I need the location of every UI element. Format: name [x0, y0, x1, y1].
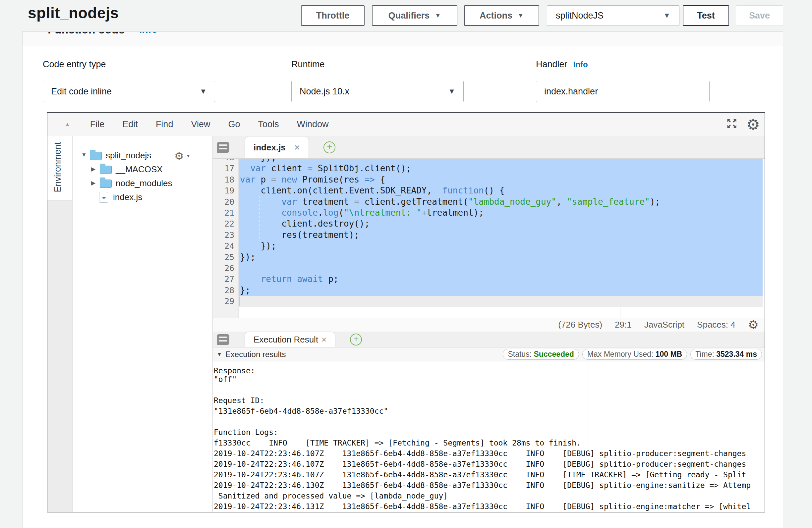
- actions-button-label: Actions: [480, 11, 512, 21]
- actions-button[interactable]: Actions ▼: [464, 5, 539, 26]
- chevron-down-icon: ▼: [200, 87, 207, 96]
- menu-item-view[interactable]: View: [191, 119, 210, 130]
- code-line-25[interactable]: 25});: [213, 252, 763, 263]
- tree-caret-collapsed-icon[interactable]: ▶: [91, 179, 96, 187]
- tree-item-node-modules[interactable]: ▶node_modules: [73, 177, 213, 190]
- new-tab-icon[interactable]: +: [323, 142, 335, 153]
- menu-item-edit[interactable]: Edit: [122, 119, 138, 130]
- handler-info-link[interactable]: Info: [574, 60, 588, 69]
- tree-caret-collapsed-icon[interactable]: ▶: [91, 166, 96, 173]
- code-line-16[interactable]: 16 });: [213, 159, 763, 163]
- throttle-button-label: Throttle: [316, 11, 350, 21]
- code-line-21[interactable]: 21 console.log("\ntreatment: "+treatment…: [213, 207, 763, 219]
- status-spaces[interactable]: Spaces: 4: [697, 320, 736, 330]
- tree-settings-caret-icon[interactable]: ▾: [187, 153, 190, 159]
- code-line-text: client.destroy();: [238, 218, 763, 230]
- code-editor: ▲ FileEditFindViewGoToolsWindow ⚙ Enviro…: [47, 112, 765, 512]
- collapse-editor-icon[interactable]: ▲: [64, 121, 70, 128]
- close-icon[interactable]: ×: [294, 142, 300, 153]
- test-button[interactable]: Test: [683, 5, 729, 26]
- log-line-6: [213, 416, 765, 427]
- chevron-down-icon: ▼: [518, 12, 524, 19]
- handler-input[interactable]: [536, 81, 710, 102]
- menu-item-window[interactable]: Window: [297, 119, 329, 130]
- folder-icon: [100, 166, 112, 174]
- code-line-27[interactable]: 27 return await p;: [213, 274, 763, 285]
- runtime-select[interactable]: Node.js 10.x ▼: [291, 81, 464, 102]
- new-tab-icon[interactable]: +: [350, 334, 362, 346]
- line-number: 28: [213, 285, 238, 296]
- execution-results-header[interactable]: ▼ Execution results Status: SucceededMax…: [213, 348, 765, 362]
- editor-main-column: index.js × + 16 });17 var client = Split…: [213, 136, 765, 512]
- runtime-value: Node.js 10.x: [300, 86, 349, 97]
- code-entry-type-value: Edit code inline: [51, 86, 112, 97]
- code-line-26[interactable]: 26: [213, 263, 763, 274]
- line-number: 25: [213, 252, 238, 263]
- environment-tab[interactable]: Environment: [47, 136, 72, 201]
- menu-item-go[interactable]: Go: [228, 119, 240, 130]
- execution-results-pane[interactable]: Response:"off" Request ID:"131e865f-6eb4…: [213, 362, 765, 512]
- collapse-results-icon[interactable]: ▼: [217, 351, 222, 357]
- code-line-18[interactable]: 18var p = new Promise(res => {: [213, 174, 763, 186]
- statusbar-gear-icon[interactable]: ⚙: [748, 319, 759, 331]
- code-line-text: [238, 263, 763, 274]
- code-line-17[interactable]: 17 var client = SplitObj.client();: [213, 163, 763, 174]
- badge-max-memory-used: Max Memory Used: 100 MB: [582, 349, 687, 360]
- test-event-select[interactable]: splitNodeJS ▼: [547, 5, 679, 26]
- code-editing-area[interactable]: 16 });17 var client = SplitObj.client();…: [213, 159, 765, 318]
- menu-item-file[interactable]: File: [90, 119, 105, 130]
- code-line-28[interactable]: 28};: [213, 285, 763, 296]
- tree-settings-gear-icon[interactable]: ⚙: [174, 151, 184, 161]
- log-line-9: 2019-10-24T22:23:46.107Z 131e865f-6eb4-4…: [213, 448, 765, 459]
- code-line-text: client.on(client.Event.SDK_READY, functi…: [238, 185, 763, 196]
- log-line-13: Sanitized and processed value => [lambda…: [213, 490, 765, 501]
- chevron-down-icon: ▼: [663, 11, 670, 20]
- tree-item-label: split_nodejs: [106, 150, 151, 161]
- tree-item--macosx[interactable]: ▶__MACOSX: [73, 163, 213, 177]
- throttle-button[interactable]: Throttle: [301, 5, 365, 26]
- indent-guide: [260, 196, 260, 240]
- code-line-text: res(treatment);: [238, 230, 763, 241]
- function-code-card: Function code Info Code entry type Runti…: [22, 31, 783, 528]
- line-number: 24: [213, 240, 238, 252]
- code-entry-type-select[interactable]: Edit code inline ▼: [43, 81, 215, 102]
- fullscreen-icon[interactable]: [726, 118, 738, 132]
- line-number: 22: [213, 218, 238, 230]
- line-number: 27: [213, 274, 238, 285]
- runtime-label: Runtime: [291, 59, 325, 70]
- line-number: 21: [213, 207, 238, 219]
- code-line-24[interactable]: 24 });: [213, 240, 763, 252]
- status-cursor[interactable]: 29:1: [615, 320, 632, 330]
- tab-execution-result[interactable]: Execution Result ×: [245, 332, 335, 347]
- tab-list-icon[interactable]: [217, 334, 229, 345]
- menu-item-tools[interactable]: Tools: [258, 119, 279, 130]
- chevron-down-icon: ▼: [435, 12, 441, 19]
- code-line-20[interactable]: 20 var treatment = client.getTreatment("…: [213, 196, 763, 208]
- code-line-29[interactable]: 29: [213, 296, 763, 307]
- tree-caret-expanded-icon[interactable]: ▼: [81, 152, 87, 158]
- close-icon[interactable]: ×: [321, 335, 327, 345]
- tab-list-icon[interactable]: [217, 142, 229, 153]
- tab-index-js[interactable]: index.js ×: [245, 136, 309, 158]
- menu-item-find[interactable]: Find: [156, 119, 173, 130]
- save-button[interactable]: Save: [736, 5, 783, 26]
- log-line-10: 2019-10-24T22:23:46.107Z 131e865f-6eb4-4…: [213, 459, 765, 469]
- save-button-label: Save: [749, 11, 770, 21]
- code-line-text: });: [238, 240, 763, 252]
- code-line-19[interactable]: 19 client.on(client.Event.SDK_READY, fun…: [213, 185, 763, 196]
- test-button-label: Test: [697, 11, 715, 21]
- folder-icon: [90, 152, 102, 160]
- tree-item-index-js[interactable]: ◂▸index.js: [73, 190, 213, 204]
- file-tree-panel: ▼split_nodejs⚙▾▶__MACOSX▶node_modules◂▸i…: [73, 136, 213, 512]
- code-line-text: var client = SplitObj.client();: [238, 163, 763, 174]
- status-language[interactable]: JavaScript: [644, 320, 684, 330]
- code-line-22[interactable]: 22 client.destroy();: [213, 218, 763, 230]
- code-line-text: var treatment = client.getTreatment("lam…: [238, 196, 763, 208]
- qualifiers-button[interactable]: Qualifiers ▼: [372, 5, 458, 26]
- editor-settings-gear-icon[interactable]: ⚙: [746, 117, 760, 132]
- tree-item-label: index.js: [113, 192, 142, 202]
- tree-item-split-nodejs[interactable]: ▼split_nodejs⚙▾: [73, 149, 213, 163]
- code-line-23[interactable]: 23 res(treatment);: [213, 230, 763, 241]
- qualifiers-button-label: Qualifiers: [389, 11, 430, 21]
- code-entry-type-label: Code entry type: [43, 59, 106, 70]
